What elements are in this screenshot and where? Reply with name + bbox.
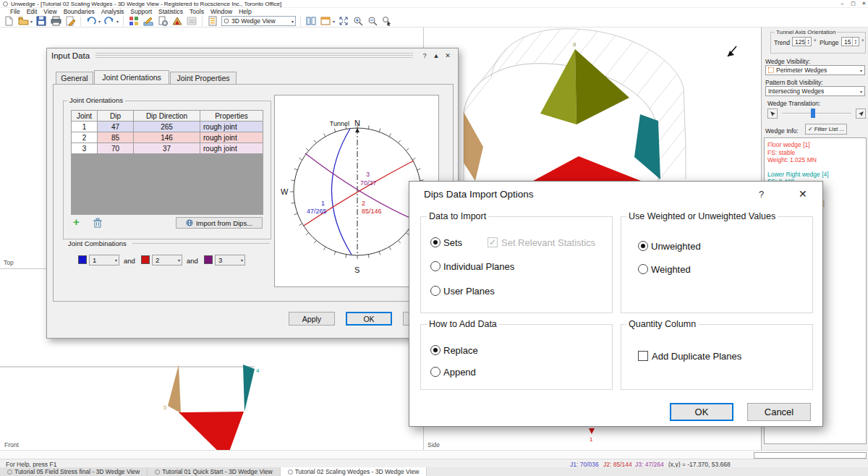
menu-window[interactable]: Window bbox=[210, 8, 232, 15]
tab-joint-orientations[interactable]: Joint Orientations bbox=[94, 70, 169, 84]
roof-wedge-right-face[interactable] bbox=[575, 49, 629, 124]
menu-statistics[interactable]: Statistics bbox=[158, 8, 183, 15]
info-table-icon[interactable] bbox=[207, 16, 218, 27]
combo2-select[interactable]: 2▾ bbox=[152, 255, 182, 265]
open-dropdown-icon[interactable]: ▾ bbox=[30, 19, 33, 24]
close-button[interactable]: ✕ bbox=[859, 0, 868, 7]
front-red-wedge[interactable] bbox=[179, 412, 244, 450]
replace-radio[interactable] bbox=[430, 345, 441, 355]
append-radio[interactable] bbox=[430, 367, 441, 377]
wedge-visibility-combo[interactable]: Perimeter Wedges ▾ bbox=[765, 65, 865, 75]
undo-dropdown-icon[interactable]: ▾ bbox=[98, 19, 101, 24]
input-dialog-titlebar[interactable]: Input Data ? ▲ ✕ bbox=[47, 48, 458, 63]
menu-file[interactable]: File bbox=[10, 8, 20, 15]
translation-slider-handle[interactable] bbox=[811, 109, 815, 118]
maximize-button[interactable]: ▢ bbox=[848, 0, 858, 7]
window-panel-dropdown-icon[interactable]: ▾ bbox=[333, 19, 335, 24]
collapse-icon[interactable]: ▲ bbox=[430, 52, 442, 59]
tab-general[interactable]: General bbox=[56, 72, 93, 84]
print-icon[interactable] bbox=[50, 16, 61, 27]
joint-row-1[interactable]: 1 47 265 rough joint bbox=[72, 122, 263, 132]
tab-joint-properties[interactable]: Joint Properties bbox=[170, 72, 237, 84]
menu-boundaries[interactable]: Boundaries bbox=[64, 8, 95, 15]
user-planes-label[interactable]: User Planes bbox=[443, 286, 495, 297]
view-selector-combo[interactable]: 3D Wedge View ▾ bbox=[221, 16, 296, 26]
translation-right-button[interactable] bbox=[856, 109, 866, 119]
individual-planes-label[interactable]: Individual Planes bbox=[443, 261, 514, 272]
ok-button[interactable]: OK bbox=[346, 312, 392, 326]
add-duplicate-planes-label[interactable]: Add Duplicate Planes bbox=[652, 351, 741, 362]
undo-icon[interactable] bbox=[85, 16, 97, 27]
unweighted-label[interactable]: Unweighted bbox=[651, 241, 701, 252]
zoom-pointer-icon[interactable] bbox=[381, 16, 393, 27]
front-teal-wedge[interactable] bbox=[243, 365, 255, 412]
add-duplicate-planes-checkbox[interactable] bbox=[638, 351, 648, 361]
filter-list-button[interactable]: ✓ Filter List ... bbox=[805, 124, 847, 135]
replace-label[interactable]: Replace bbox=[443, 345, 478, 356]
combo1-select[interactable]: 1▾ bbox=[89, 255, 119, 265]
right-wall-wedge[interactable] bbox=[634, 114, 660, 179]
sets-label[interactable]: Sets bbox=[443, 237, 462, 248]
weighted-label[interactable]: Weighted bbox=[651, 264, 691, 275]
weighted-radio[interactable] bbox=[638, 264, 648, 274]
export-icon[interactable] bbox=[64, 16, 76, 27]
front-tan-wedge[interactable] bbox=[168, 365, 181, 413]
open-file-icon[interactable] bbox=[17, 16, 29, 27]
wedge-colors-icon[interactable] bbox=[171, 16, 183, 27]
left-wall-wedge[interactable] bbox=[464, 112, 483, 181]
doc-icon bbox=[7, 469, 12, 475]
menu-support[interactable]: Support bbox=[130, 8, 152, 15]
menu-edit[interactable]: Edit bbox=[27, 8, 38, 15]
translation-slider-track[interactable] bbox=[782, 113, 851, 114]
dips-ok-button[interactable]: OK bbox=[670, 403, 733, 421]
trend-spinner[interactable]: 125 ▴▾ bbox=[792, 37, 812, 46]
help-icon[interactable]: ? bbox=[419, 52, 430, 59]
apps-grid-icon[interactable] bbox=[128, 16, 140, 27]
add-joint-icon[interactable]: + bbox=[73, 216, 80, 228]
user-planes-radio[interactable] bbox=[430, 286, 441, 296]
sets-radio[interactable] bbox=[430, 237, 441, 247]
dips-cancel-button[interactable]: Cancel bbox=[747, 403, 811, 421]
status-entry-box[interactable] bbox=[754, 452, 867, 459]
doc-tab-tutorial05[interactable]: Tutorial 05 Field Stress final - 3D Wedg… bbox=[0, 467, 148, 476]
doc-tab-tutorial02[interactable]: Tutorial 02 Scaling Wedges - 3D Wedge Vi… bbox=[281, 467, 427, 476]
trend-spinner-arrows-icon[interactable]: ▴▾ bbox=[805, 38, 811, 46]
zoom-in-icon[interactable] bbox=[352, 16, 364, 27]
import-from-dips-button[interactable]: Import from Dips... bbox=[176, 217, 263, 229]
fullscreen-icon[interactable] bbox=[338, 16, 349, 27]
menu-analysis[interactable]: Analysis bbox=[101, 8, 124, 15]
split-view-icon[interactable] bbox=[305, 16, 317, 27]
plunge-spinner-arrows-icon[interactable]: ▴▾ bbox=[852, 38, 859, 46]
delete-joint-icon[interactable] bbox=[93, 218, 102, 228]
plunge-spinner[interactable]: 15 ▴▾ bbox=[841, 37, 859, 46]
floor-wedge[interactable] bbox=[533, 156, 641, 181]
append-label[interactable]: Append bbox=[443, 367, 476, 378]
individual-planes-radio[interactable] bbox=[430, 261, 441, 271]
minimize-button[interactable]: – bbox=[838, 0, 847, 7]
joint-row-2[interactable]: 2 85 146 rough joint bbox=[72, 132, 263, 143]
save-icon[interactable] bbox=[35, 16, 47, 27]
joint-row-3[interactable]: 3 70 37 rough joint bbox=[72, 143, 263, 154]
edit-pencil-icon[interactable] bbox=[142, 16, 154, 27]
joint-table[interactable]: Joint Dip Dip Direction Properties 1 47 … bbox=[71, 110, 263, 154]
dips-help-icon[interactable]: ? bbox=[759, 189, 764, 200]
zoom-out-icon[interactable] bbox=[367, 16, 378, 27]
redo-icon[interactable] bbox=[103, 16, 115, 27]
redo-dropdown-icon[interactable]: ▾ bbox=[116, 19, 119, 24]
joint-table-empty-area[interactable] bbox=[71, 154, 263, 215]
menu-tools[interactable]: Tools bbox=[190, 8, 204, 15]
bolt-visibility-combo[interactable]: Intersecting Wedges ▾ bbox=[765, 86, 865, 96]
apply-button[interactable]: Apply bbox=[289, 312, 335, 326]
doc-tab-tutorial01[interactable]: Tutorial 01 Quick Start - 3D Wedge View bbox=[148, 467, 280, 476]
dips-close-icon[interactable]: ✕ bbox=[799, 188, 807, 200]
combo3-select[interactable]: 3▾ bbox=[215, 255, 245, 265]
unweighted-radio[interactable] bbox=[638, 241, 648, 251]
translation-left-button[interactable] bbox=[767, 109, 778, 119]
roof-wedge-left-face[interactable] bbox=[540, 49, 576, 124]
close-icon[interactable]: ✕ bbox=[442, 52, 454, 59]
new-file-icon[interactable] bbox=[3, 16, 14, 27]
page-settings-icon[interactable] bbox=[157, 16, 169, 27]
menu-view[interactable]: View bbox=[43, 8, 56, 15]
window-panel-icon[interactable] bbox=[320, 16, 331, 27]
menu-help[interactable]: Help bbox=[239, 8, 251, 15]
